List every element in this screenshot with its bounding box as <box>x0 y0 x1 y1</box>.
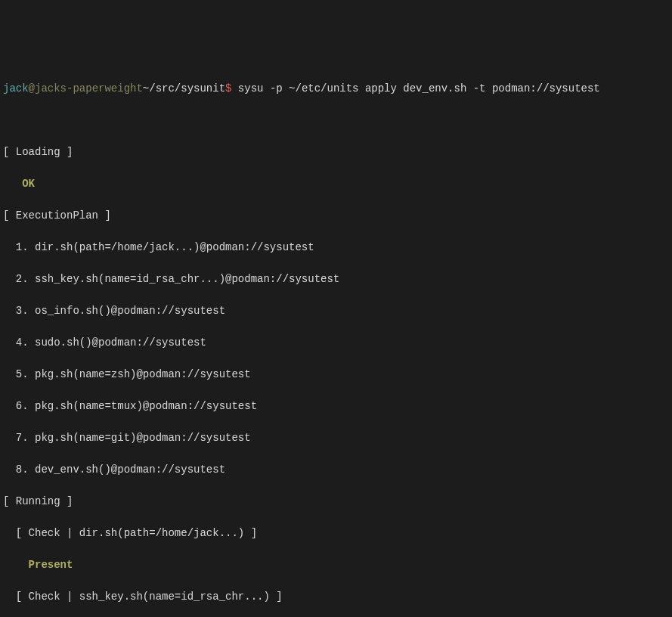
check-step: [ Check | ssh_key.sh(name=id_rsa_chr...)… <box>3 589 669 605</box>
prompt-at: @ <box>29 82 35 95</box>
prompt-path: ~/src/sysunit <box>143 82 225 95</box>
plan-item: 6. pkg.sh(name=tmux)@podman://sysutest <box>3 398 669 414</box>
loading-status: OK <box>3 176 669 192</box>
plan-item: 8. dev_env.sh()@podman://sysutest <box>3 462 669 478</box>
plan-item: 5. pkg.sh(name=zsh)@podman://sysutest <box>3 367 669 383</box>
prompt-line[interactable]: jack@jacks-paperweight~/src/sysunit$ sys… <box>3 81 669 97</box>
plan-item: 2. ssh_key.sh(name=id_rsa_chr...)@podman… <box>3 271 669 287</box>
plan-header: [ ExecutionPlan ] <box>3 208 669 224</box>
terminal-output: jack@jacks-paperweight~/src/sysunit$ sys… <box>3 65 669 617</box>
plan-item: 7. pkg.sh(name=git)@podman://sysutest <box>3 430 669 446</box>
plan-item: 4. sudo.sh()@podman://sysutest <box>3 335 669 351</box>
prompt-host: jacks-paperweight <box>35 82 143 95</box>
check-step: [ Check | dir.sh(path=/home/jack...) ] <box>3 526 669 541</box>
running-header: [ Running ] <box>3 494 669 510</box>
plan-item: 1. dir.sh(path=/home/jack...)@podman://s… <box>3 240 669 256</box>
status-present: Present <box>3 557 669 573</box>
plan-item: 3. os_info.sh()@podman://sysutest <box>3 303 669 319</box>
prompt-command: sysu -p ~/etc/units apply dev_env.sh -t … <box>231 82 599 95</box>
loading-header: [ Loading ] <box>3 144 669 160</box>
blank-line <box>3 113 669 129</box>
prompt-user: jack <box>3 82 29 95</box>
